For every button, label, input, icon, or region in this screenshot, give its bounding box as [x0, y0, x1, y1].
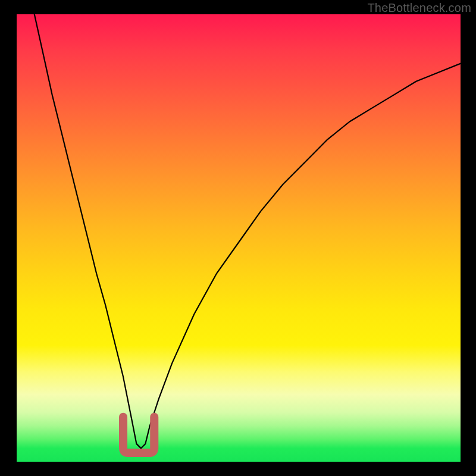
bottleneck-curve-path — [35, 14, 461, 448]
highlight-marker-u — [123, 417, 154, 453]
plot-area — [17, 14, 461, 462]
watermark-text: TheBottleneck.com — [367, 1, 471, 15]
curve-layer — [17, 14, 461, 462]
chart-frame: TheBottleneck.com — [0, 0, 476, 476]
